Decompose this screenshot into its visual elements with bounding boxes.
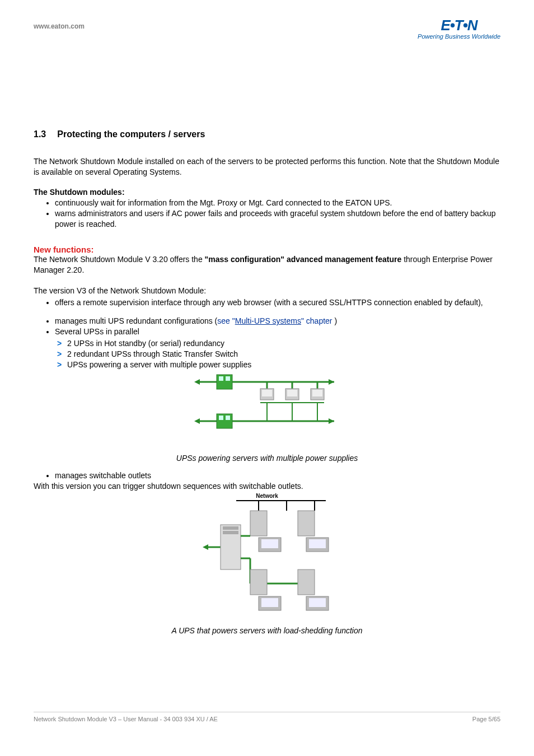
intro-paragraph: The Network Shutdown Module installed on… (34, 156, 500, 178)
page-header: www.eaton.com E•T•N Powering Business Wo… (34, 17, 500, 40)
svg-marker-31 (203, 544, 208, 550)
svg-rect-36 (250, 511, 267, 536)
footer-left: Network Shutdown Module V3 – User Manual… (34, 716, 218, 722)
footer-right: Page 5/65 (472, 716, 500, 722)
svg-rect-41 (309, 539, 326, 548)
svg-rect-49 (298, 570, 315, 595)
svg-rect-4 (226, 376, 230, 381)
logo-wordmark: E•T•N (418, 17, 500, 34)
new-functions-heading: New functions: (34, 245, 500, 254)
list-item: continuously wait for information from t… (55, 198, 500, 208)
svg-rect-39 (298, 511, 315, 536)
link-suffix: " chapter (301, 316, 334, 325)
list-item: 2 redundant UPSs through Static Transfer… (67, 349, 500, 360)
list-item: UPSs powering a server with multiple pow… (67, 360, 500, 370)
list-item: manages switchable outlets (55, 470, 500, 481)
figure-2-caption: A UPS that powers servers with load-shed… (34, 626, 500, 635)
list-item: warns administrators and users if AC pow… (55, 208, 500, 230)
ups-parallel-diagram (194, 372, 340, 445)
svg-rect-51 (309, 598, 326, 607)
text-run: The Network Shutdown Module V 3.20 offer… (34, 255, 205, 264)
text-run: ) (334, 316, 337, 325)
svg-marker-0 (194, 379, 200, 385)
svg-rect-46 (250, 570, 267, 595)
sub-list: 2 UPSs in Hot standby (or serial) redund… (34, 338, 500, 370)
link-prefix: see " (217, 316, 235, 325)
switchable-paragraph: With this version you can trigger shutdo… (34, 481, 500, 492)
svg-rect-38 (261, 539, 278, 548)
figure-1 (34, 372, 500, 445)
section-heading: 1.3Protecting the computers / servers (34, 129, 500, 139)
list-item: 2 UPSs in Hot standby (or serial) redund… (67, 338, 500, 349)
text-bold: "mass configuration" advanced management… (205, 255, 402, 264)
svg-marker-17 (194, 418, 200, 424)
v3-list-3: manages switchable outlets (34, 470, 500, 481)
svg-rect-13 (287, 390, 297, 396)
svg-rect-48 (261, 598, 278, 607)
v3-list: offers a remote supervision interface th… (34, 297, 500, 308)
multi-ups-link[interactable]: see "Multi-UPS systems" chapter (217, 316, 334, 325)
figure-1-caption: UPSs powering servers with multiple powe… (34, 454, 500, 463)
list-item: Several UPSs in parallel (55, 326, 500, 337)
svg-marker-6 (329, 379, 334, 385)
v3-intro: The version V3 of the Network Shutdown M… (34, 286, 500, 296)
svg-rect-34 (223, 526, 238, 530)
svg-rect-21 (226, 416, 230, 420)
svg-marker-23 (329, 418, 334, 424)
list-item: offers a remote supervision interface th… (55, 297, 500, 308)
v3-list-2: manages multi UPS redundant configuratio… (34, 316, 500, 337)
link-text: Multi-UPS systems (235, 316, 301, 325)
page-footer: Network Shutdown Module V3 – User Manual… (34, 712, 500, 722)
document-page: www.eaton.com E•T•N Powering Business Wo… (0, 0, 534, 756)
shutdown-modules-list: continuously wait for information from t… (34, 198, 500, 230)
logo-tagline: Powering Business Worldwide (418, 33, 500, 40)
shutdown-modules-heading: The Shutdown modules: (34, 188, 500, 197)
section-title-text: Protecting the computers / servers (57, 129, 205, 139)
new-functions-paragraph: The Network Shutdown Module V 3.20 offer… (34, 254, 500, 276)
text-run: manages multi UPS redundant configuratio… (55, 316, 217, 325)
svg-rect-15 (312, 390, 322, 396)
list-item: manages multi UPS redundant configuratio… (55, 316, 500, 326)
load-shedding-diagram: Network (203, 494, 331, 617)
section-number: 1.3 (34, 129, 46, 139)
eaton-logo: E•T•N Powering Business Worldwide (418, 17, 500, 40)
svg-rect-35 (223, 531, 238, 534)
svg-rect-11 (262, 390, 272, 396)
svg-rect-3 (219, 376, 223, 381)
svg-rect-20 (219, 416, 223, 420)
network-label: Network (256, 493, 278, 499)
header-url[interactable]: www.eaton.com (34, 17, 85, 30)
figure-2: Network (34, 494, 500, 617)
